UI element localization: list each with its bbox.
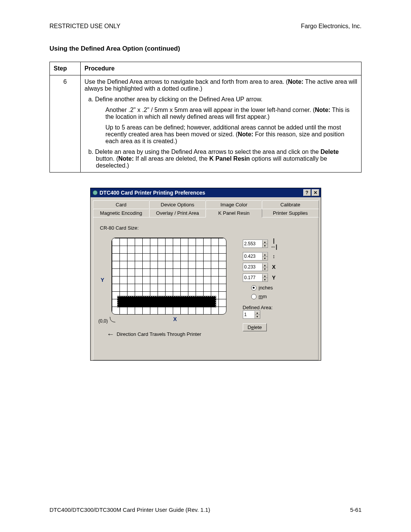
svg-point-0 xyxy=(93,190,97,195)
item-a-body1: Another .2" x .2" / 5mm x 5mm area will … xyxy=(105,107,357,120)
tab-row-back: Card Device Options Image Color Calibrat… xyxy=(93,200,319,209)
height-up[interactable]: ▲ xyxy=(262,252,268,256)
x-icon: X xyxy=(270,264,278,270)
width-spinner-row: ▲▼ |↔| xyxy=(243,238,311,250)
tab-panel: CR-80 Card Size: Y (0,0) X xyxy=(93,217,319,360)
footer-left: DTC400/DTC300/DTC300M Card Printer User … xyxy=(49,506,210,513)
item-a-body2: Up to 5 areas can be defined; however, a… xyxy=(105,124,357,145)
card-grid[interactable] xyxy=(112,238,226,315)
x-down[interactable]: ▼ xyxy=(262,267,268,271)
y-spinner[interactable]: ▲▼ xyxy=(243,273,268,282)
footer-right: 5-61 xyxy=(350,506,362,513)
card-grid-wrap: Y (0,0) X xyxy=(112,238,239,322)
height-input[interactable] xyxy=(243,252,262,260)
tab-row-front: Magnetic Encoding Overlay / Print Area K… xyxy=(93,209,319,217)
defined-area-spinner-row: ▲▼ xyxy=(243,310,311,319)
defined-area-label: Defined Area: xyxy=(243,305,311,310)
header-left: RESTRICTED USE ONLY xyxy=(49,23,120,30)
page-header: RESTRICTED USE ONLY Fargo Electronics, I… xyxy=(49,23,362,30)
y-down[interactable]: ▼ xyxy=(262,278,268,281)
tab-card[interactable]: Card xyxy=(93,200,150,209)
radio-inches-dot[interactable] xyxy=(251,285,256,291)
width-spinner[interactable]: ▲▼ xyxy=(243,240,268,248)
item-a: a. Define another area by clicking on th… xyxy=(84,96,357,103)
close-button[interactable]: ✕ xyxy=(312,189,319,196)
x-spinner[interactable]: ▲▼ xyxy=(243,263,268,271)
width-icon: |↔| xyxy=(270,238,278,250)
dialog-title: DTC400 Card Printer Printing Preferences xyxy=(100,190,303,196)
width-input[interactable] xyxy=(243,240,262,248)
y-up[interactable]: ▲ xyxy=(262,274,268,278)
tabs: Card Device Options Image Color Calibrat… xyxy=(91,197,321,360)
col-procedure: Procedure xyxy=(81,62,362,75)
height-down[interactable]: ▼ xyxy=(262,256,268,260)
preferences-dialog: DTC400 Card Printer Printing Preferences… xyxy=(90,188,321,361)
y-axis-label: Y xyxy=(101,277,104,283)
defined-area-spinner[interactable]: ▲▼ xyxy=(243,310,260,319)
defined-area-input[interactable] xyxy=(243,311,255,318)
tab-device-options[interactable]: Device Options xyxy=(149,200,206,209)
height-spinner[interactable]: ▲▼ xyxy=(243,252,268,260)
card-size-label: CR-80 Card Size: xyxy=(100,225,311,231)
tab-overlay-print-area[interactable]: Overlay / Print Area xyxy=(149,209,206,217)
x-axis-label: X xyxy=(112,316,239,322)
defined-area-down[interactable]: ▼ xyxy=(255,315,260,318)
app-icon xyxy=(92,190,98,196)
tab-k-panel-resin[interactable]: K Panel Resin xyxy=(206,209,262,217)
page-footer: DTC400/DTC300/DTC300M Card Printer User … xyxy=(49,506,362,513)
item-b: b. Delete an area by using the Defined A… xyxy=(84,149,357,169)
p1: Use the Defined Area arrows to navigate … xyxy=(84,78,357,92)
x-spinner-row: ▲▼ X xyxy=(243,263,311,271)
y-icon: Y xyxy=(270,275,278,281)
direction-row: ← Direction Card Travels Through Printer xyxy=(107,330,239,339)
x-up[interactable]: ▲ xyxy=(262,263,268,267)
defined-area-rect[interactable] xyxy=(117,296,216,307)
x-input[interactable] xyxy=(243,263,262,271)
document-page: RESTRICTED USE ONLY Fargo Electronics, I… xyxy=(0,0,411,532)
controls-column: ▲▼ |↔| ▲▼ ↕ xyxy=(239,238,311,339)
width-down[interactable]: ▼ xyxy=(262,244,268,248)
header-right: Fargo Electronics, Inc. xyxy=(301,23,362,30)
delete-button[interactable]: Delete xyxy=(243,323,267,331)
defined-area-up[interactable]: ▲ xyxy=(255,311,260,315)
panel-body: Y (0,0) X ← Direction Card Travels T xyxy=(100,238,311,339)
origin-label: (0,0) xyxy=(99,318,108,324)
y-spinner-row: ▲▼ Y xyxy=(243,273,311,282)
radio-inches[interactable]: inches xyxy=(251,285,311,291)
col-step: Step xyxy=(50,62,81,75)
radio-mm[interactable]: mm xyxy=(251,294,311,299)
y-input[interactable] xyxy=(243,274,262,281)
width-up[interactable]: ▲ xyxy=(262,240,268,244)
tab-calibrate[interactable]: Calibrate xyxy=(262,200,319,209)
procedure-table: Step Procedure 6 Use the Defined Area ar… xyxy=(49,62,362,173)
tab-magnetic-encoding[interactable]: Magnetic Encoding xyxy=(93,209,150,217)
tab-image-color[interactable]: Image Color xyxy=(206,200,262,209)
procedure-cell: Use the Defined Area arrows to navigate … xyxy=(81,75,362,173)
direction-arrow-icon: ← xyxy=(107,330,115,339)
step-number: 6 xyxy=(50,75,81,173)
help-button[interactable]: ? xyxy=(303,189,311,196)
height-spinner-row: ▲▼ ↕ xyxy=(243,252,311,260)
tab-printer-supplies[interactable]: Printer Supplies xyxy=(262,209,319,217)
radio-mm-dot[interactable] xyxy=(251,294,256,299)
direction-label: Direction Card Travels Through Printer xyxy=(117,331,201,337)
origin-arc-icon xyxy=(109,316,116,323)
height-icon: ↕ xyxy=(270,253,278,259)
titlebar: DTC400 Card Printer Printing Preferences… xyxy=(91,188,321,197)
section-title: Using the Defined Area Option (continued… xyxy=(49,45,362,53)
dialog-screenshot: DTC400 Card Printer Printing Preferences… xyxy=(49,188,362,361)
card-preview-area: Y (0,0) X ← Direction Card Travels T xyxy=(100,238,239,339)
